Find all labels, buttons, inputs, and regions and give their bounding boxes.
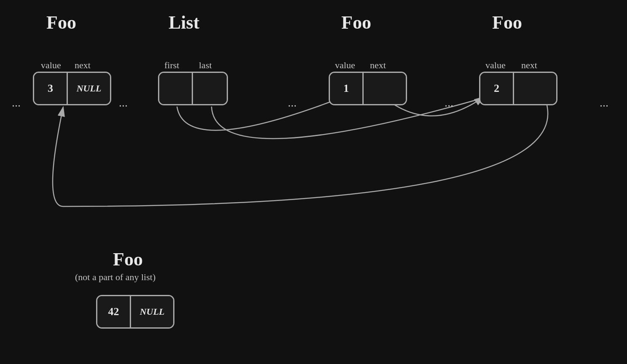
foo2-field-value: value xyxy=(335,60,355,71)
ellipsis-4: ... xyxy=(445,96,453,110)
foo3-node: 2 xyxy=(479,72,557,105)
foo3-field-next: next xyxy=(521,60,537,71)
arrows-svg xyxy=(0,0,627,364)
foo2-value-cell: 1 xyxy=(330,73,364,104)
foo-bottom-node: 42 NULL xyxy=(96,295,174,329)
foo2-node: 1 xyxy=(329,72,407,105)
foo2-field-next: next xyxy=(370,60,386,71)
foo3-title: Foo xyxy=(492,12,522,33)
foo1-field-value: value xyxy=(41,60,61,71)
list-title: List xyxy=(169,12,199,33)
list-field-last: last xyxy=(199,60,212,71)
ellipsis-3: ... xyxy=(288,96,297,110)
list-last-cell xyxy=(193,73,227,104)
ellipsis-5: ... xyxy=(600,96,608,110)
foo1-title: Foo xyxy=(46,12,76,33)
foo-bottom-value-cell: 42 xyxy=(97,296,131,327)
foo1-next-cell: NULL xyxy=(68,73,110,104)
foo2-next-cell xyxy=(364,73,406,104)
foo3-field-value: value xyxy=(485,60,506,71)
foo2-title: Foo xyxy=(341,12,371,33)
list-first-cell xyxy=(159,73,193,104)
foo1-field-next: next xyxy=(75,60,91,71)
foo1-node: 3 NULL xyxy=(33,72,111,105)
ellipsis-1: ... xyxy=(12,96,21,110)
foo-bottom-next-cell: NULL xyxy=(131,296,173,327)
foo1-value-cell: 3 xyxy=(34,73,68,104)
ellipsis-2: ... xyxy=(119,96,128,110)
foo3-value-cell: 2 xyxy=(480,73,514,104)
list-field-first: first xyxy=(164,60,179,71)
list-node xyxy=(158,72,228,105)
foo3-next-cell xyxy=(514,73,556,104)
foo-bottom-title: Foo xyxy=(113,249,143,270)
diagram-canvas: Foo value next 3 NULL List first last Fo… xyxy=(0,0,627,364)
foo-bottom-subtitle: (not a part of any list) xyxy=(75,272,155,283)
